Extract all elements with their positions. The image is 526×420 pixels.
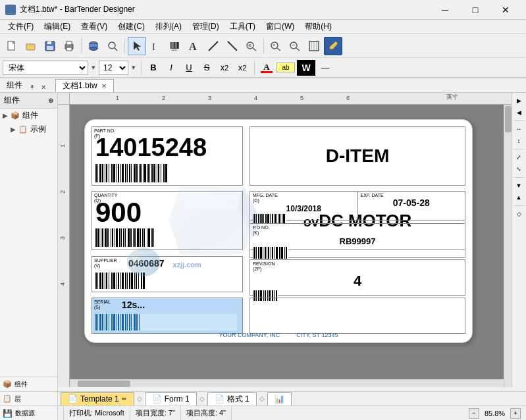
right-tool-8[interactable]: ▲: [513, 192, 524, 203]
lb-components[interactable]: 📦 组件: [0, 377, 30, 391]
strikethrough-button[interactable]: S: [199, 61, 215, 75]
bold-button[interactable]: B: [145, 61, 161, 75]
line-tool[interactable]: [204, 37, 223, 55]
zoom-out-status[interactable]: −: [469, 408, 479, 419]
horizontal-scrollbar[interactable]: [58, 379, 504, 387]
menu-manage[interactable]: 管理(D): [187, 20, 224, 34]
toolbar-separator-2: [124, 38, 125, 54]
format-tab[interactable]: 📄 格式 1: [207, 392, 257, 406]
italic-button[interactable]: I: [163, 61, 179, 75]
pencil-button[interactable]: [324, 37, 342, 55]
font-color-button[interactable]: A: [259, 63, 275, 73]
minimize-button[interactable]: ─: [430, 0, 460, 20]
barcode-tool[interactable]: 123: [166, 37, 184, 55]
form-tab[interactable]: 📄 Form 1: [145, 392, 197, 406]
qty-barcode: [95, 228, 237, 247]
menu-arrange[interactable]: 排列(A): [150, 20, 187, 34]
po-cell: P.O NO.(K) RB99997: [250, 223, 465, 258]
save-button[interactable]: [41, 37, 59, 55]
document-tab[interactable]: 文档1.btw ✕: [55, 79, 114, 92]
height-status: 项目高度: 4": [181, 406, 232, 420]
label-content: 🖱 xzjj.com PART NO. (P) 14015248: [85, 120, 472, 342]
minus-button[interactable]: —: [317, 61, 333, 75]
svg-text:⊕: ⊕: [248, 43, 251, 47]
title-text: 文档1.btw* - BarTender Designer: [20, 4, 430, 15]
svg-marker-15: [134, 41, 141, 51]
right-tool-7[interactable]: ▼: [513, 180, 524, 191]
zoom-in-button[interactable]: +: [267, 37, 285, 55]
zoom-out-button[interactable]: −: [286, 37, 304, 55]
svg-line-28: [253, 48, 256, 51]
menu-view[interactable]: 查看(V): [76, 20, 113, 34]
format-sep-2: [254, 60, 255, 76]
right-tool-6[interactable]: ⤡: [513, 164, 524, 174]
menu-help[interactable]: 帮助(H): [300, 20, 337, 34]
tree-item-examples[interactable]: ▶ 📋 示例: [0, 122, 57, 136]
word-wrap-button[interactable]: W: [297, 60, 315, 76]
menu-edit[interactable]: 编辑(E): [39, 20, 76, 34]
left-bottom-layer: 📋 层: [0, 391, 58, 406]
left-panel: 组件 ⊕ ▶ 📦 组件 ▶ 📋 示例: [0, 93, 58, 387]
svg-rect-9: [66, 47, 72, 51]
format-toolbar: 宋体 ▾ 12 ▾ B I U S x2 x2 A ab W —: [0, 58, 526, 78]
right-tool-9[interactable]: ◇: [513, 209, 524, 219]
datasource-panel[interactable]: 💾 数据源: [0, 406, 58, 420]
expand-arrow-examples: ▶: [11, 126, 16, 133]
toolbar-separator-1: [81, 38, 82, 54]
components-tab-label[interactable]: 组件: [3, 78, 26, 92]
backslash-tool[interactable]: [223, 37, 242, 55]
components-icon: 📦: [11, 111, 20, 120]
maximize-button[interactable]: □: [460, 0, 490, 20]
right-tool-3[interactable]: ↔: [513, 124, 524, 134]
right-tool-2[interactable]: ◀: [513, 107, 524, 118]
highlight-button[interactable]: ab: [276, 63, 295, 72]
fit-page-button[interactable]: [305, 37, 323, 55]
search-button[interactable]: [103, 37, 122, 55]
menu-tools[interactable]: 工具(T): [224, 20, 261, 34]
lb-layer[interactable]: 📋 层: [0, 392, 24, 406]
toolbar-area: I 123 A ⊕ + −: [0, 34, 526, 78]
right-tool-5[interactable]: ⤢: [513, 152, 524, 163]
menu-window[interactable]: 窗口(W): [261, 20, 300, 34]
right-tool-1[interactable]: ▶: [513, 95, 524, 106]
text-tool[interactable]: I: [147, 37, 165, 55]
main-area: 组件 ⊕ ▶ 📦 组件 ▶ 📋 示例 1 2 3 4 5 6 英寸: [0, 93, 526, 387]
font-color-tool-big[interactable]: A: [185, 37, 203, 55]
subscript-button[interactable]: x2: [217, 61, 232, 75]
zoom-in-status[interactable]: +: [510, 408, 521, 419]
svg-rect-21: [177, 42, 178, 49]
new-button[interactable]: [3, 37, 21, 55]
close-button[interactable]: ✕: [490, 0, 521, 20]
print-button[interactable]: [60, 37, 78, 55]
menu-file[interactable]: 文件(F): [3, 20, 39, 34]
vertical-scrollbar[interactable]: [504, 93, 512, 387]
window-controls: ─ □ ✕: [430, 0, 521, 20]
font-size-select[interactable]: 12: [99, 61, 128, 75]
qty-cell: QUANTITY (Q) 900: [92, 191, 243, 250]
zoom-search-tool[interactable]: ⊕: [242, 37, 261, 55]
select-tool[interactable]: [128, 37, 146, 55]
right-tool-4[interactable]: ↕: [513, 136, 524, 146]
right-tool-panel: ▶ ◀ ↔ ↕ ⤢ ⤡ ▼ ▲ ◇: [512, 93, 526, 387]
document-tab-row: 组件 🖈 ✕ 文档1.btw ✕: [0, 78, 526, 93]
menu-create[interactable]: 创建(C): [113, 20, 150, 34]
mfg-date-cell: MFG. DATE(D) 10/3/2018: [250, 192, 358, 220]
company-text: YOUR COMPANY, INC CITY, ST 12345: [92, 332, 465, 338]
database-button[interactable]: [84, 37, 103, 55]
width-status: 项目宽度: 7": [130, 406, 181, 420]
underline-button[interactable]: U: [181, 61, 197, 75]
svg-line-34: [296, 48, 300, 51]
ruler-corner: [58, 93, 70, 105]
open-button[interactable]: [22, 37, 40, 55]
components-close[interactable]: ✕: [38, 82, 49, 92]
template-tab[interactable]: 📄 Template 1 ✏: [61, 392, 134, 406]
data-tab[interactable]: 📊: [267, 392, 292, 406]
svg-rect-5: [47, 41, 51, 44]
font-family-select[interactable]: 宋体: [3, 61, 88, 75]
superscript-button[interactable]: x2: [234, 61, 250, 75]
components-pin[interactable]: 🖈: [26, 82, 38, 92]
svg-line-14: [115, 48, 117, 51]
canvas-area[interactable]: 1 2 3 4 5 6 英寸 1 2 3 4: [58, 93, 512, 387]
tree-item-components[interactable]: ▶ 📦 组件: [0, 109, 57, 122]
svg-text:+: +: [273, 43, 275, 47]
